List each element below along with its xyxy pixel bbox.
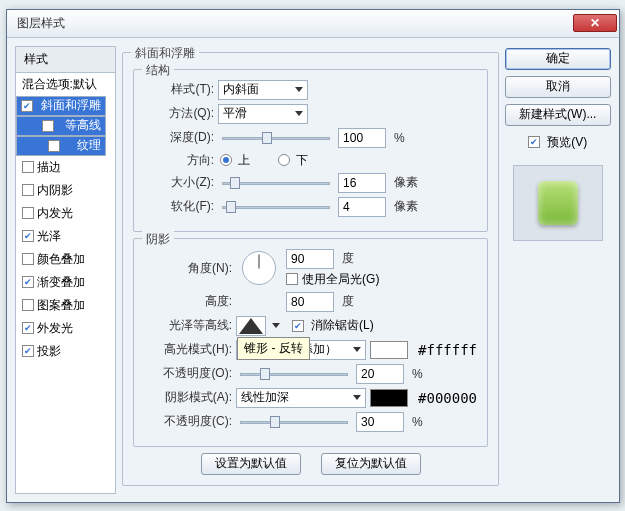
style-item-4[interactable]: 内阴影 — [16, 179, 116, 202]
blend-options-item[interactable]: 混合选项:默认 — [16, 73, 116, 96]
chevron-down-icon — [295, 111, 303, 116]
new-style-button[interactable]: 新建样式(W)... — [505, 104, 610, 126]
direction-down-radio[interactable] — [278, 154, 290, 166]
shadow-opacity-label: 不透明度(C): — [144, 413, 232, 430]
group-shading-legend: 阴影 — [142, 231, 174, 248]
style-item-checkbox[interactable] — [42, 120, 54, 132]
make-default-button[interactable]: 设置为默认值 — [201, 453, 301, 475]
shadow-opacity-slider[interactable] — [240, 415, 348, 429]
style-item-2[interactable]: 纹理 — [16, 136, 106, 156]
technique-label: 方法(Q): — [144, 105, 214, 122]
layer-style-dialog: 图层样式 ✕ 样式 混合选项:默认 ✔斜面和浮雕等高线纹理描边内阴影内发光✔光泽… — [6, 9, 620, 503]
soften-label: 软化(F): — [144, 198, 214, 215]
panel-bevel: 斜面和浮雕 结构 样式(T): 内斜面 方法(Q): 平滑 深度(D): — [122, 52, 499, 486]
style-item-label: 描边 — [37, 159, 61, 176]
shadow-mode-label: 阴影模式(A): — [144, 389, 232, 406]
antialias-checkbox[interactable]: ✔ — [292, 320, 304, 332]
cancel-button[interactable]: 取消 — [505, 76, 610, 98]
style-item-checkbox[interactable] — [22, 299, 34, 311]
preview-checkbox[interactable]: ✔ — [528, 136, 540, 148]
style-item-checkbox[interactable] — [22, 253, 34, 265]
close-button[interactable]: ✕ — [573, 14, 617, 32]
style-item-8[interactable]: ✔渐变叠加 — [16, 271, 116, 294]
style-item-5[interactable]: 内发光 — [16, 202, 116, 225]
preview-swatch — [538, 181, 578, 225]
style-item-label: 纹理 — [77, 137, 101, 154]
depth-label: 深度(D): — [144, 129, 214, 146]
highlight-mode-label: 高光模式(H): — [144, 341, 232, 358]
angle-label: 角度(N): — [144, 260, 232, 277]
style-item-0[interactable]: ✔斜面和浮雕 — [16, 96, 106, 116]
style-item-checkbox[interactable] — [22, 161, 34, 173]
size-slider[interactable] — [222, 176, 330, 190]
style-item-label: 光泽 — [37, 228, 61, 245]
group-shading: 阴影 角度(N): 度 使用全局光(G) — [133, 238, 488, 447]
gloss-contour-tooltip: 锥形 - 反转 — [237, 337, 310, 360]
highlight-opacity-input[interactable] — [356, 364, 404, 384]
depth-input[interactable] — [338, 128, 386, 148]
size-input[interactable] — [338, 173, 386, 193]
style-item-9[interactable]: 图案叠加 — [16, 294, 116, 317]
style-item-6[interactable]: ✔光泽 — [16, 225, 116, 248]
dialog-title: 图层样式 — [17, 15, 65, 32]
style-list-panel: 样式 混合选项:默认 ✔斜面和浮雕等高线纹理描边内阴影内发光✔光泽颜色叠加✔渐变… — [15, 46, 117, 494]
style-item-label: 投影 — [37, 343, 61, 360]
panel-bevel-legend: 斜面和浮雕 — [131, 45, 199, 62]
soften-slider[interactable] — [222, 200, 330, 214]
style-item-checkbox[interactable]: ✔ — [22, 230, 34, 242]
ok-button[interactable]: 确定 — [505, 48, 610, 70]
shadow-color-swatch[interactable] — [370, 389, 408, 407]
angle-control[interactable] — [242, 251, 276, 285]
chevron-down-icon — [295, 87, 303, 92]
style-item-label: 斜面和浮雕 — [41, 97, 101, 114]
shadow-mode-select[interactable]: 线性加深 — [236, 388, 366, 408]
shadow-hex: #000000 — [418, 390, 477, 406]
soften-input[interactable] — [338, 197, 386, 217]
style-item-7[interactable]: 颜色叠加 — [16, 248, 116, 271]
chevron-down-icon[interactable] — [272, 323, 280, 328]
highlight-color-swatch[interactable] — [370, 341, 408, 359]
right-panel: 确定 取消 新建样式(W)... ✔ 预览(V) — [505, 46, 610, 494]
reset-default-button[interactable]: 复位为默认值 — [321, 453, 421, 475]
direction-up-radio[interactable] — [220, 154, 232, 166]
altitude-input[interactable] — [286, 292, 334, 312]
group-structure: 结构 样式(T): 内斜面 方法(Q): 平滑 深度(D): % — [133, 69, 488, 232]
style-item-checkbox[interactable]: ✔ — [22, 345, 34, 357]
gloss-contour-picker[interactable]: 锥形 - 反转 — [236, 316, 266, 336]
style-item-3[interactable]: 描边 — [16, 156, 116, 179]
style-item-11[interactable]: ✔投影 — [16, 340, 116, 363]
style-item-label: 内阴影 — [37, 182, 73, 199]
style-select[interactable]: 内斜面 — [218, 80, 308, 100]
style-list-header: 样式 — [15, 46, 117, 73]
style-item-label: 渐变叠加 — [37, 274, 85, 291]
style-item-checkbox[interactable] — [22, 184, 34, 196]
style-item-label: 内发光 — [37, 205, 73, 222]
size-label: 大小(Z): — [144, 174, 214, 191]
global-light-checkbox[interactable] — [286, 273, 298, 285]
close-icon: ✕ — [590, 16, 600, 30]
highlight-hex: #ffffff — [418, 342, 477, 358]
style-item-checkbox[interactable] — [22, 207, 34, 219]
style-item-10[interactable]: ✔外发光 — [16, 317, 116, 340]
style-label: 样式(T): — [144, 81, 214, 98]
style-item-label: 颜色叠加 — [37, 251, 85, 268]
shadow-opacity-input[interactable] — [356, 412, 404, 432]
direction-label: 方向: — [144, 152, 214, 169]
size-unit: 像素 — [394, 174, 418, 191]
group-structure-legend: 结构 — [142, 62, 174, 79]
style-item-checkbox[interactable] — [48, 140, 60, 152]
style-item-checkbox[interactable]: ✔ — [22, 322, 34, 334]
technique-select[interactable]: 平滑 — [218, 104, 308, 124]
altitude-label: 高度: — [144, 293, 232, 310]
angle-input[interactable] — [286, 249, 334, 269]
depth-slider[interactable] — [222, 131, 330, 145]
style-item-1[interactable]: 等高线 — [16, 116, 106, 136]
settings-panel: 斜面和浮雕 结构 样式(T): 内斜面 方法(Q): 平滑 深度(D): — [122, 46, 499, 494]
depth-unit: % — [394, 131, 405, 145]
chevron-down-icon — [353, 395, 361, 400]
style-item-checkbox[interactable]: ✔ — [22, 276, 34, 288]
titlebar[interactable]: 图层样式 ✕ — [7, 10, 619, 38]
highlight-opacity-slider[interactable] — [240, 367, 348, 381]
style-list: 混合选项:默认 ✔斜面和浮雕等高线纹理描边内阴影内发光✔光泽颜色叠加✔渐变叠加图… — [15, 73, 117, 494]
style-item-checkbox[interactable]: ✔ — [21, 100, 33, 112]
